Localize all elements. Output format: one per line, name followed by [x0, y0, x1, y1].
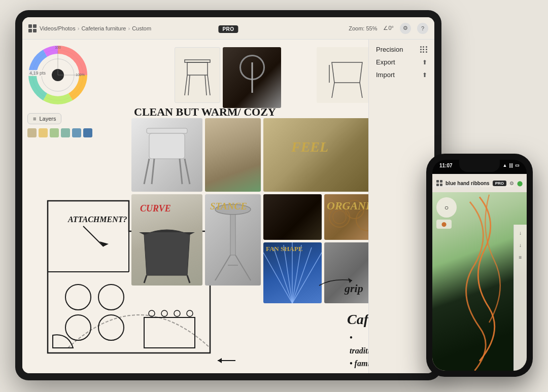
- svg-line-54: [284, 245, 292, 303]
- swatch-3[interactable]: [50, 128, 59, 137]
- swatch-5[interactable]: [72, 128, 81, 137]
- phone-topbar: blue hand ribbons PRO ⚙ ⬤: [432, 174, 527, 192]
- grip-arrow: [317, 273, 357, 288]
- svg-text:100%: 100%: [76, 73, 85, 77]
- color-swatches: [27, 128, 92, 137]
- topbar-center: PRO: [218, 24, 238, 33]
- breadcrumb-photos[interactable]: Videos/Photos: [40, 25, 76, 31]
- svg-point-11: [98, 284, 124, 310]
- tablet-topbar: Videos/Photos › Cafeteria furniture › Cu…: [22, 17, 434, 40]
- text-bullets: • tradition • family • COFFEE: [350, 331, 368, 373]
- breadcrumb-custom[interactable]: Custom: [132, 25, 151, 31]
- phone-gear-icon[interactable]: ⚙: [509, 181, 514, 186]
- text-attachment: ATTACHMENT?: [68, 215, 127, 224]
- export-label: Export: [376, 58, 395, 66]
- text-stance: STANCE: [210, 201, 247, 212]
- phone: 11:07 ▲ ||| ▭ blue hand ribbons PRO ⚙ ⬤: [426, 154, 533, 377]
- topbar-right: Zoom: 55% ∠0° ⚙ ?: [349, 23, 428, 34]
- phone-palette-icon[interactable]: ⬤: [517, 181, 523, 186]
- phone-apps-icon[interactable]: [436, 180, 442, 186]
- import-label: Import: [376, 71, 395, 79]
- svg-point-21: [161, 310, 167, 316]
- battery-icon: ▭: [515, 163, 520, 168]
- topbar-left: Videos/Photos › Cafeteria furniture › Cu…: [28, 24, 349, 32]
- text-cafe: Café: [347, 311, 368, 328]
- svg-point-13: [98, 315, 124, 340]
- phone-wheel-tool[interactable]: ○: [436, 197, 457, 218]
- svg-line-56: [292, 245, 301, 303]
- precision-label: Precision: [376, 46, 403, 53]
- breadcrumb: Videos/Photos › Cafeteria furniture › Cu…: [40, 25, 151, 31]
- angle-label: ∠0°: [383, 25, 394, 31]
- svg-line-41: [185, 159, 190, 184]
- svg-line-45: [187, 275, 190, 283]
- tablet: Videos/Photos › Cafeteria furniture › Cu…: [15, 10, 441, 380]
- svg-line-32: [188, 75, 190, 95]
- img-chair-sketch-1: [175, 47, 220, 103]
- breadcrumb-cafeteria[interactable]: Cafeteria furniture: [81, 25, 126, 31]
- svg-marker-27: [218, 358, 222, 363]
- svg-line-24: [83, 226, 104, 246]
- precision-icon: [420, 46, 427, 53]
- tablet-screen: Videos/Photos › Cafeteria furniture › Cu…: [22, 17, 434, 373]
- svg-rect-29: [187, 62, 208, 75]
- svg-line-31: [208, 75, 210, 95]
- brush-size-label: 4,19 pts: [27, 70, 48, 76]
- img-lamp: [223, 47, 281, 108]
- text-curve: CURVE: [140, 203, 171, 215]
- svg-point-10: [65, 284, 91, 310]
- svg-line-34: [332, 83, 334, 98]
- breadcrumb-sep2: ›: [128, 25, 130, 31]
- tablet-sidebar: Precision Export ⬆ Import ⬆: [368, 40, 434, 373]
- export-button[interactable]: Export ⬆: [376, 58, 427, 66]
- phone-notch: [459, 160, 500, 172]
- help-button[interactable]: ?: [417, 23, 428, 34]
- precision-button[interactable]: Precision: [376, 46, 427, 53]
- svg-line-33: [205, 75, 207, 95]
- swatch-6[interactable]: [83, 128, 92, 137]
- svg-rect-47: [230, 215, 235, 255]
- svg-line-43: [180, 159, 182, 184]
- color-wheel[interactable]: 100 0% 100% 4,19 pts: [27, 45, 98, 116]
- svg-rect-38: [147, 128, 187, 133]
- phone-time: 11:07: [439, 163, 453, 168]
- svg-line-44: [144, 275, 147, 283]
- hamburger-icon: ≡: [33, 116, 36, 122]
- apps-icon[interactable]: [28, 24, 37, 32]
- svg-line-30: [185, 75, 187, 95]
- scene: Videos/Photos › Cafeteria furniture › Cu…: [0, 0, 548, 392]
- img-dark-cafe-1: [263, 194, 322, 240]
- breadcrumb-sep1: ›: [78, 25, 80, 31]
- text-fan-shape: FAN SHAPE: [266, 245, 302, 253]
- phone-status-icons: ▲ ||| ▭: [503, 163, 520, 168]
- svg-line-35: [360, 83, 362, 98]
- svg-line-42: [152, 159, 154, 184]
- layers-panel[interactable]: ≡ Layers: [27, 113, 61, 124]
- svg-point-22: [174, 310, 180, 316]
- swatch-1[interactable]: [27, 128, 37, 137]
- svg-point-23: [187, 310, 193, 316]
- settings-button[interactable]: ⚙: [400, 23, 411, 34]
- import-icon: ⬆: [422, 72, 427, 79]
- export-icon: ⬆: [422, 59, 427, 66]
- import-button[interactable]: Import ⬆: [376, 71, 427, 79]
- phone-screen: 11:07 ▲ ||| ▭ blue hand ribbons PRO ⚙ ⬤: [432, 160, 527, 371]
- swatch-2[interactable]: [39, 128, 48, 137]
- phone-brush-indicator: ⬤: [436, 220, 452, 229]
- zoom-label: Zoom: 55%: [349, 25, 377, 31]
- text-clean-warm: CLEAN BUT WARM/ COZY: [134, 105, 276, 118]
- phone-title: blue hand ribbons: [446, 181, 490, 186]
- tablet-canvas[interactable]: 100 0% 100% 4,19 pts: [22, 40, 368, 373]
- text-feel: FEEL: [291, 138, 328, 156]
- svg-point-12: [65, 315, 91, 340]
- phone-canvas[interactable]: ○ ⬤ ↓ ↓ ≡: [432, 192, 527, 371]
- img-chair-sketch-2: [317, 47, 368, 103]
- pro-badge: PRO: [218, 25, 238, 33]
- img-white-chair: [131, 118, 202, 192]
- svg-rect-39: [149, 133, 185, 159]
- layers-label: Layers: [39, 116, 56, 122]
- img-cafe-plant: [205, 118, 261, 192]
- svg-line-40: [144, 159, 149, 184]
- swatch-4[interactable]: [61, 128, 70, 137]
- text-organic: ORGANIC: [327, 199, 368, 212]
